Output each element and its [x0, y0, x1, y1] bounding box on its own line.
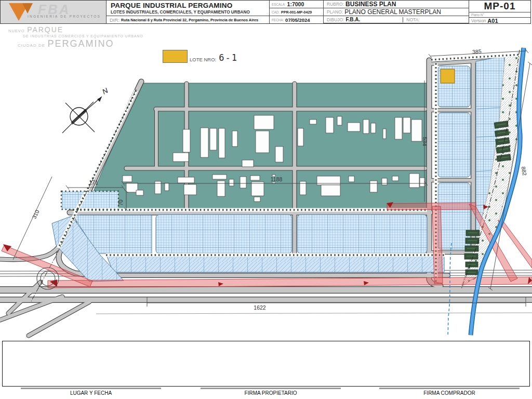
sheet-number-label: Plano N°: [469, 12, 530, 17]
red-east-vertical: [432, 206, 443, 284]
dir-value: Ruta Nacional 8 y Ruta Provincial 32, Pe…: [121, 18, 258, 22]
version-label: Version: [471, 18, 486, 23]
dim-1622: 1622: [254, 304, 266, 311]
lot-block-E2: [438, 113, 470, 177]
watermark-line2: DE INDUSTRIAS COMERCIOS Y EQUIPAMIENTO U…: [23, 34, 143, 38]
signature-line-lugar: LUGAR Y FECHA: [21, 388, 161, 396]
plano-value: PLANO GENERAL MASTERPLAN: [344, 8, 441, 16]
rubro-value: BUSINESS PLAN: [345, 1, 396, 8]
sheet-code: MP-01: [469, 1, 530, 12]
cad-label: CAD:: [272, 10, 280, 14]
dim-882: 882: [521, 166, 528, 176]
cad-value: PPR-001-MP-0429: [281, 10, 312, 14]
dibujo-value: F.B.A.: [346, 17, 361, 22]
watermark-line1-big: PARQUE: [27, 25, 63, 34]
lot-strip-south: [107, 257, 444, 272]
watermark-line3-small: CIUDAD DE: [18, 43, 45, 48]
lot-block-B: [156, 215, 292, 254]
north-compass: N: [62, 86, 110, 133]
signature-box: [2, 341, 530, 387]
company-logo: FBA INGENIERIA DE PROYECTOS: [1, 1, 107, 23]
dim-310: 310: [31, 209, 41, 220]
lot-legend: LOTE NRO: 6-1: [163, 50, 238, 63]
signature-line-propietario: FIRMA PROPIETARIO: [201, 388, 341, 396]
dim-385: 385: [472, 48, 482, 55]
escala-value: 1:7000: [287, 1, 304, 7]
escala-label: ESCALA:: [272, 3, 286, 6]
signature-line-comprador: FIRMA COMPRADOR: [379, 388, 520, 396]
red-north-service: [387, 203, 476, 210]
lot-color-swatch: [163, 50, 188, 63]
lot-block-C: [297, 215, 427, 254]
site-plan-drawing: 385 534 882 171 70 1188 310 1622 N: [0, 0, 532, 399]
plano-label: PLANO:: [327, 9, 343, 15]
masterplan-sheet: 385 534 882 171 70 1188 310 1622 N FBA I…: [0, 0, 532, 399]
lot-block-small: [61, 191, 118, 209]
company-tagline: INGENIERIA DE PROYECTOS: [28, 15, 101, 18]
dibujo-label: DIBUJO:: [327, 17, 344, 22]
nota-label: NOTA:: [406, 17, 419, 22]
fecha-label: FECHA:: [272, 18, 284, 22]
project-watermark: NUEVO PARQUE DE INDUSTRIAS COMERCIOS Y E…: [8, 25, 143, 49]
legend-label: LOTE NRO:: [190, 57, 216, 62]
logo-triangle-shadow-icon: [22, 3, 33, 14]
dim-171: 171: [89, 179, 98, 185]
project-title: PARQUE INDUSTRIAL PERGAMINO: [107, 1, 269, 9]
rubro-label: RUBRO:: [327, 2, 344, 7]
dim-70: 70: [117, 200, 124, 206]
dim-1188: 1188: [271, 176, 283, 182]
highlighted-lot-6-1: [441, 69, 455, 83]
watermark-line3-big: PERGAMINO: [47, 38, 114, 49]
project-subtitle: LOTES INDUSTRIALES, COMERCIALES, Y EQUIP…: [107, 9, 269, 16]
fecha-value: 07/05/2024: [285, 17, 310, 23]
version-value: A01: [487, 18, 498, 24]
compass-north-label: N: [101, 86, 110, 96]
watermark-line1-small: NUEVO: [8, 29, 25, 33]
legend-lot-number: 6-1: [219, 52, 238, 63]
title-block: FBA INGENIERIA DE PROYECTOS PARQUE INDUS…: [0, 0, 531, 24]
dim-534: 534: [422, 137, 429, 146]
dir-label: DIR:: [110, 17, 119, 23]
